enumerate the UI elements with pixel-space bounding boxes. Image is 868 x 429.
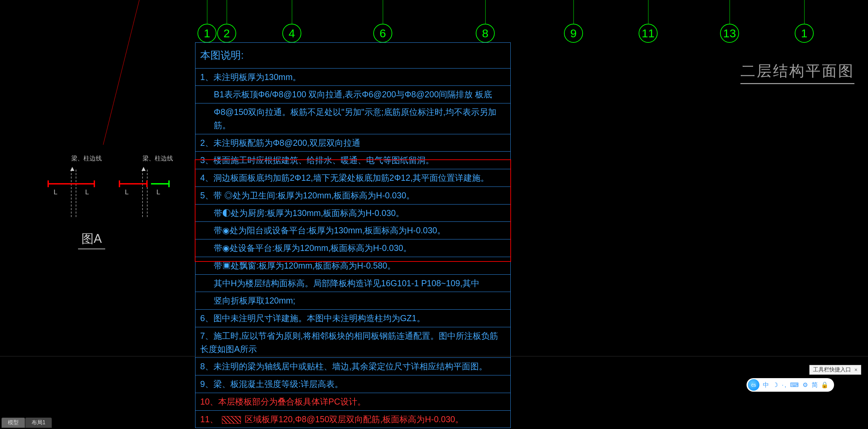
grid-bubble-6: 6 [373, 24, 392, 43]
dim-L-right: L [156, 188, 160, 196]
grid-line [207, 0, 207, 24]
ime-logo-icon[interactable]: cs [748, 379, 759, 391]
note-row: 5、带 ◎处为卫生间:板厚为120mm,板面标高为H-0.030。 [195, 187, 510, 204]
grid-bubble-13: 13 [720, 24, 739, 43]
legend-beam-label: 梁、柱边线 [71, 154, 102, 162]
grid-line [383, 0, 383, 24]
note-row: 11、 区域板厚120,Φ8@150双层双向配筋,板面标高为H-0.030。 [195, 410, 510, 428]
note-row: Φ8@150双向拉通。板筋不足处以"另加"示意;底筋原位标注时,均不表示另加筋。 [195, 103, 510, 134]
note-row: B1表示板顶Φ6/Φ8@100 双向拉通,表示Φ6@200与Φ8@200间隔排放… [195, 85, 510, 103]
ime-status[interactable]: 中 ☽ ·, ⌨ ⚙ 简 [763, 381, 819, 389]
sheet-tabs: 模型 布局1 [1, 417, 52, 428]
grid-bubble-1: 1 [197, 24, 216, 43]
ime-toolbar[interactable]: cs 中 ☽ ·, ⌨ ⚙ 简 🔒 [747, 378, 834, 392]
grid-line [648, 0, 648, 24]
note-row: 7、施工时,应以节省为原则,将相邻板块的相同板钢筋连通配置。图中所注板负筋长度如… [195, 327, 510, 358]
note-row: 带◉处设备平台:板厚为120mm,板面标高为H-0.030。 [195, 239, 510, 257]
note-row: 6、图中未注明尺寸详建施。本图中未注明构造柱均为GZ1。 [195, 309, 510, 327]
note-11-prefix: 11、 [200, 414, 218, 424]
legend-beam-label: 梁、柱边线 [143, 154, 173, 162]
note-row: 4、洞边板面板底均加筋2Φ12,墙下无梁处板底加筋2Φ12,其平面位置详建施。 [195, 169, 510, 187]
note-row: 3、楼面施工时应根据建筑、给排水、暖通、电气等图纸留洞。 [195, 151, 510, 169]
grid-line [227, 0, 227, 24]
close-icon[interactable]: × [854, 367, 857, 373]
note-row: 竖向折板厚取120mm; [195, 292, 510, 309]
note-row: 带▣处飘窗:板厚为120mm,板面标高为H-0.580。 [195, 257, 510, 274]
grid-line [292, 0, 292, 24]
grid-line [485, 0, 486, 24]
cad-canvas[interactable]: 12468911131 二层结构平面图 梁、柱边线 L L 梁、柱边线 L L … [0, 0, 868, 429]
tab-layout1[interactable]: 布局1 [25, 417, 52, 428]
grid-bubble-9: 9 [564, 24, 583, 43]
legend-diagram-b: 梁、柱边线 L L [119, 163, 166, 220]
tab-model[interactable]: 模型 [1, 417, 25, 428]
hatch-icon [222, 416, 241, 424]
grid-line [730, 0, 730, 24]
lock-icon[interactable]: 🔒 [821, 381, 829, 389]
grid-bubble-1: 1 [795, 24, 814, 43]
canvas-separator [0, 356, 868, 356]
note-row: 其中H为楼层结构面标高。局部降板构造详见16G101-1 P108~109,其中 [195, 274, 510, 292]
note-row: 2、未注明板配筋为Φ8@200,双层双向拉通 [195, 134, 510, 152]
toolbar-shortcut-entry[interactable]: 工具栏快捷入口 × [809, 365, 861, 375]
note-row: 8、未注明的梁为轴线居中或贴柱、墙边,其余梁定位尺寸详相应结构平面图。 [195, 357, 510, 375]
dim-L-right: L [85, 188, 89, 196]
grid-line [573, 0, 574, 24]
leader-line [103, 0, 139, 145]
dim-L-left: L [125, 188, 129, 196]
legend-group: 梁、柱边线 L L 梁、柱边线 L L [48, 163, 166, 220]
legend-title: 图A [78, 231, 105, 249]
note-row: 带◐处为厨房:板厚为130mm,板面标高为H-0.030。 [195, 204, 510, 222]
toolbar-shortcut-label: 工具栏快捷入口 [813, 366, 851, 373]
drawing-title: 二层结构平面图 [740, 61, 854, 84]
notes-title: 本图说明: [195, 43, 510, 68]
note-row: 9、梁、板混凝土强度等级:详层高表。 [195, 375, 510, 393]
grid-bubble-4: 4 [282, 24, 301, 43]
grid-bubble-8: 8 [476, 24, 495, 43]
grid-line [804, 0, 805, 24]
grid-bubble-2: 2 [217, 24, 236, 43]
note-row: 带◉处为阳台或设备平台:板厚为130mm,板面标高为H-0.030。 [195, 221, 510, 239]
note-11-text: 区域板厚120,Φ8@150双层双向配筋,板面标高为H-0.030。 [245, 414, 464, 424]
note-row: 1、未注明板厚为130mm。 [195, 68, 510, 86]
notes-table: 本图说明: 1、未注明板厚为130mm。 B1表示板顶Φ6/Φ8@100 双向拉… [195, 42, 511, 428]
legend-diagram-a: 梁、柱边线 L L [48, 163, 95, 220]
dim-L-left: L [54, 188, 57, 196]
note-row: 10、本层楼板部分为叠合板具体详PC设计。 [195, 393, 510, 410]
grid-bubble-11: 11 [639, 24, 658, 43]
